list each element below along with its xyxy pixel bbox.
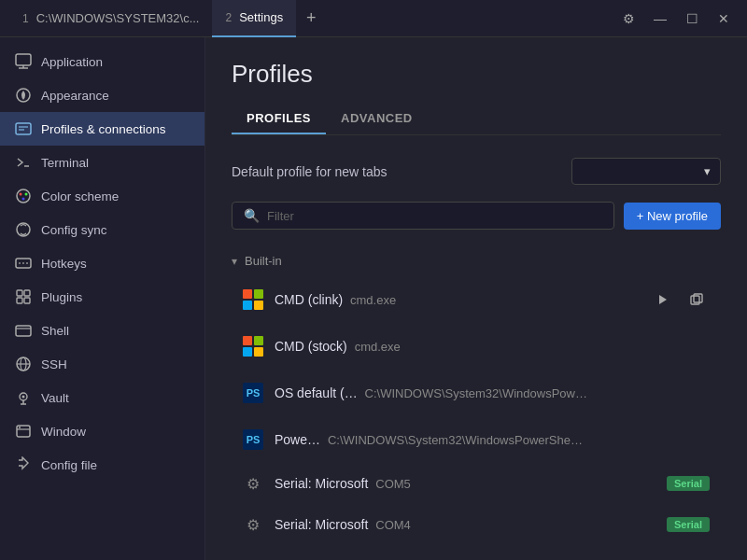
sidebar-item-ssh[interactable]: SSH (0, 347, 204, 381)
duplicate-profile-button-cmd-clink[interactable] (684, 287, 710, 313)
sidebar-item-color-scheme[interactable]: Color scheme (0, 179, 204, 213)
svg-rect-4 (16, 123, 31, 134)
svg-point-28 (22, 396, 25, 399)
profile-subtitle-serial-com5: COM5 (375, 477, 411, 491)
sidebar-item-appearance[interactable]: Appearance (0, 78, 204, 112)
maximize-button[interactable]: ☐ (678, 5, 706, 33)
profile-item-serial-com4[interactable]: ⚙ Serial: Microsoft COM4 Serial (232, 505, 721, 544)
sidebar-label-color-scheme: Color scheme (41, 189, 119, 203)
sidebar-label-vault: Vault (41, 391, 69, 405)
svg-point-10 (25, 193, 28, 196)
titlebar: 1 C:\WINDOWS\SYSTEM32\c... 2 Settings + … (0, 0, 747, 37)
profile-subtitle-cmd-clink: cmd.exe (350, 293, 396, 307)
minimize-button[interactable]: — (646, 5, 674, 33)
profile-actions-cmd-clink (650, 287, 710, 313)
svg-rect-17 (17, 290, 22, 296)
sidebar-item-profiles-connections[interactable]: Profiles & connections (0, 112, 204, 146)
sidebar-label-shell: Shell (41, 324, 69, 338)
sidebar-item-config-file[interactable]: Config file (0, 448, 204, 482)
sidebar-label-terminal: Terminal (41, 156, 89, 170)
sidebar-label-application: Application (41, 55, 103, 69)
profile-subtitle-cmd-stock: cmd.exe (355, 340, 401, 354)
config-sync-icon (15, 221, 32, 238)
svg-rect-19 (17, 298, 22, 303)
config-file-icon (15, 456, 32, 473)
profile-item-powershell[interactable]: PS Powe… C:\WINDOWS\System32\WindowsPowe… (232, 417, 721, 462)
sidebar-label-appearance: Appearance (41, 89, 109, 103)
svg-point-11 (22, 198, 25, 201)
sidebar-label-plugins: Plugins (41, 290, 82, 304)
run-profile-button-cmd-clink[interactable] (650, 287, 676, 313)
profile-item-cmd-stock[interactable]: CMD (stock) cmd.exe (232, 324, 721, 369)
window-controls: ⚙ — ☐ ✕ (614, 5, 738, 33)
filter-input-wrapper: 🔍 (232, 202, 614, 230)
svg-marker-32 (659, 295, 667, 304)
svg-rect-20 (24, 298, 30, 303)
svg-rect-21 (16, 326, 31, 336)
svg-rect-0 (16, 54, 31, 65)
content-area: Profiles PROFILES ADVANCED Default profi… (205, 37, 747, 560)
serial-badge-com5: Serial (667, 476, 710, 491)
tab-profiles[interactable]: PROFILES (232, 104, 326, 134)
application-icon (15, 53, 32, 70)
profile-name-os-default: OS default (… C:\WINDOWS\System32\Window… (275, 385, 587, 400)
tab-terminal[interactable]: 1 C:\WINDOWS\SYSTEM32\c... (9, 0, 212, 37)
ssh-icon (15, 356, 32, 372)
window-icon (15, 423, 32, 440)
profile-subtitle-serial-com4: COM4 (375, 518, 411, 532)
svg-rect-18 (24, 290, 30, 296)
sidebar-label-ssh: SSH (41, 357, 67, 371)
shell-icon (15, 322, 32, 339)
profile-name-serial-com5: Serial: Microsoft COM5 (275, 476, 411, 491)
builtin-section-header[interactable]: ▾ Built-in (232, 248, 721, 277)
filter-input[interactable] (267, 209, 602, 223)
sidebar-item-shell[interactable]: Shell (0, 314, 204, 347)
sidebar-item-plugins[interactable]: Plugins (0, 280, 204, 314)
hotkeys-icon (15, 255, 32, 272)
sidebar-item-terminal[interactable]: Terminal (0, 146, 204, 179)
default-profile-label: Default profile for new tabs (232, 164, 388, 179)
profile-name-powershell: Powe… C:\WINDOWS\System32\WindowsPowerSh… (275, 432, 583, 447)
add-tab-button[interactable]: + (296, 4, 326, 34)
page-title: Profiles (232, 60, 721, 89)
tab-label-2: Settings (239, 10, 283, 24)
windows-icon-cmd-clink (243, 289, 263, 310)
default-profile-dropdown[interactable]: ▾ (571, 158, 721, 185)
ps-icon-powershell: PS (243, 429, 263, 450)
sidebar-item-application[interactable]: Application (0, 45, 204, 78)
gear-icon-serial-com4: ⚙ (243, 514, 263, 535)
gear-icon-serial-com5: ⚙ (243, 473, 263, 494)
sidebar-label-config-file: Config file (41, 458, 97, 472)
profile-item-os-default[interactable]: PS OS default (… C:\WINDOWS\System32\Win… (232, 371, 721, 415)
serial-badge-com4: Serial (667, 517, 710, 532)
main-layout: Application Appearance Profiles & connec… (0, 37, 747, 560)
profile-name-cmd-stock: CMD (stock) cmd.exe (275, 339, 401, 354)
appearance-icon (15, 87, 32, 104)
sidebar-item-window[interactable]: Window (0, 414, 204, 448)
profiles-icon (15, 120, 32, 137)
sidebar-item-vault[interactable]: Vault (0, 381, 204, 414)
terminal-icon (15, 154, 32, 171)
sidebar-item-config-sync[interactable]: Config sync (0, 213, 204, 246)
color-scheme-icon (15, 188, 32, 204)
sidebar-label-profiles: Profiles & connections (41, 122, 166, 136)
search-icon: 🔍 (244, 208, 260, 223)
new-profile-button[interactable]: + New profile (624, 203, 721, 230)
profile-item-cmd-clink[interactable]: CMD (clink) cmd.exe (232, 277, 721, 322)
close-button[interactable]: ✕ (710, 5, 738, 33)
settings-icon-btn[interactable]: ⚙ (614, 5, 642, 33)
tab-num-1: 1 (22, 12, 29, 25)
builtin-label: Built-in (245, 254, 282, 268)
svg-point-9 (20, 193, 22, 196)
tab-advanced[interactable]: ADVANCED (326, 104, 428, 134)
profile-subtitle-os-default: C:\WINDOWS\System32\WindowsPow… (365, 386, 587, 400)
profile-name-serial-com4: Serial: Microsoft COM4 (275, 517, 411, 532)
svg-point-8 (17, 189, 30, 203)
sidebar-item-hotkeys[interactable]: Hotkeys (0, 246, 204, 280)
plugins-icon (15, 288, 32, 305)
sidebar-label-window: Window (41, 425, 86, 439)
filter-row: 🔍 + New profile (232, 202, 721, 230)
svg-point-31 (19, 427, 21, 428)
profile-item-serial-com5[interactable]: ⚙ Serial: Microsoft COM5 Serial (232, 464, 721, 503)
tab-settings[interactable]: 2 Settings (212, 0, 296, 37)
